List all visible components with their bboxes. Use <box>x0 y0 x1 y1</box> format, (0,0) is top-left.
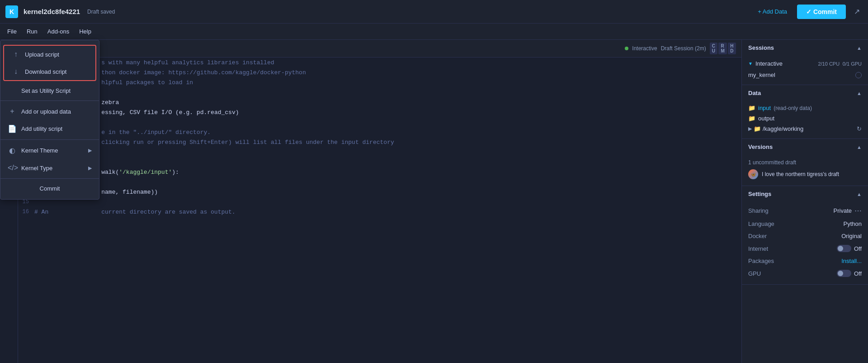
menu-addons[interactable]: Add-ons <box>43 25 74 38</box>
sharing-more-icon[interactable]: ⋯ <box>854 206 862 215</box>
session-status-dot <box>625 47 628 50</box>
data-section: Data ▲ 📁 input (read-only data) 📁 output… <box>742 85 868 139</box>
input-note: (read-only data) <box>774 105 812 111</box>
download-script-item[interactable]: ↓ Download script <box>4 63 95 80</box>
user-avatar: 🦋 <box>748 169 758 179</box>
code-line-4: 4 <box>18 87 741 97</box>
draft-badge: Draft saved <box>87 9 115 15</box>
kaggle-logo: K <box>5 5 18 18</box>
add-data-button[interactable]: + Add Data <box>753 5 792 18</box>
code-line-7: 7 <box>18 117 741 127</box>
resource-pills: CU RM HD <box>710 43 736 54</box>
language-value: Python <box>844 220 862 227</box>
file-icon: 📄 <box>8 124 17 133</box>
code-line-10: 10 <box>18 147 741 157</box>
kernel-theme-label: Kernel Theme <box>21 147 58 154</box>
sessions-header[interactable]: Sessions ▲ <box>742 40 868 56</box>
internet-value: Off <box>854 245 862 252</box>
hd-pill: HD <box>728 43 736 54</box>
output-data-item[interactable]: 📁 output <box>748 113 862 124</box>
code-line-15: 15 <box>18 197 741 207</box>
settings-header[interactable]: Settings ▲ <box>742 186 868 202</box>
kernel-status-btn[interactable] <box>855 72 862 78</box>
sessions-resources-group: 2/10 CPU 0/1 GPU <box>818 60 862 67</box>
set-utility-label: Set as Utility Script <box>21 87 71 94</box>
half-circle-icon: ◐ <box>8 146 17 155</box>
data-title: Data <box>748 90 761 96</box>
code-line-9: 9 # Fo clicking run or pressing Shift+En… <box>18 137 741 147</box>
set-utility-item[interactable]: Set as Utility Script <box>0 83 99 99</box>
kernel-theme-item[interactable]: ◐ Kernel Theme ▶ <box>0 142 99 159</box>
packages-row: Packages Install... <box>748 255 862 267</box>
gpu-row: GPU Off <box>748 267 862 280</box>
data-chevron-icon: ▲ <box>857 91 862 96</box>
packages-key: Packages <box>748 258 774 264</box>
settings-content: Sharing Private ⋯ Language Python Docker… <box>742 202 868 284</box>
session-bar: Interactive Draft Session (2m) CU RM HD <box>18 40 741 57</box>
upload-script-item[interactable]: ↑ Upload script <box>4 46 95 63</box>
working-expand-icon: ▶ <box>748 126 752 132</box>
code-line-5: 5 impo zebra <box>18 97 741 107</box>
code-line-6: 6 impo essing, CSV file I/O (e.g. pd.rea… <box>18 107 741 117</box>
menu-run[interactable]: Run <box>22 25 42 38</box>
docker-value: Original <box>841 233 862 239</box>
kernel-title: kernel2dc8fe4221 <box>24 8 80 15</box>
sessions-expand-icon: ▼ <box>748 61 753 66</box>
input-data-item[interactable]: 📁 input (read-only data) <box>748 103 862 113</box>
output-label: output <box>758 115 774 122</box>
sessions-cpu: 2/10 CPU <box>818 61 840 67</box>
version-text: I love the northern tigress's draft <box>762 171 839 177</box>
packages-value[interactable]: Install... <box>841 258 862 264</box>
sessions-section: Sessions ▲ ▼ Interactive 2/10 CPU 0/1 GP… <box>742 40 868 85</box>
kernel-type-item[interactable]: </> Kernel Type ▶ <box>0 159 99 177</box>
working-data-item[interactable]: ▶ 📁 /kaggle/working ↻ <box>748 124 862 134</box>
commit-button[interactable]: ✓ Commit <box>797 5 846 19</box>
internet-row: Internet Off <box>748 242 862 255</box>
sessions-gpu: 0/1 GPU <box>841 61 862 67</box>
upload-icon: ↑ <box>11 50 20 58</box>
working-folder-icon: 📁 <box>754 125 761 132</box>
menu-bar: File Run Add-ons Help ↑ Upload script ↓ … <box>0 24 868 40</box>
internet-toggle[interactable] <box>837 245 851 252</box>
download-script-label: Download script <box>25 68 67 75</box>
gpu-key: GPU <box>748 270 761 277</box>
kernel-theme-arrow: ▶ <box>88 148 92 153</box>
sharing-key: Sharing <box>748 207 769 214</box>
versions-chevron-icon: ▲ <box>857 144 862 150</box>
sessions-interactive-row: ▼ Interactive 2/10 CPU 0/1 GPU <box>748 57 862 70</box>
add-utility-script-item[interactable]: 📄 Add utility script <box>0 120 99 138</box>
docker-row: Docker Original <box>748 230 862 242</box>
language-row: Language Python <box>748 218 862 230</box>
versions-user-row: 🦋 I love the northern tigress's draft <box>748 167 862 181</box>
gpu-toggle[interactable] <box>837 270 851 277</box>
code-editor[interactable]: 1 # Thi s with many helpful analytics li… <box>18 57 741 217</box>
code-line-8: 8 # In e in the "../input/" directory. <box>18 127 741 137</box>
gpu-val-group: Off <box>837 270 862 277</box>
input-link[interactable]: input <box>758 105 771 111</box>
plus-icon: + <box>8 107 17 115</box>
commit-menu-item[interactable]: Commit <box>0 181 99 196</box>
external-link-icon[interactable]: ↗ <box>851 7 863 16</box>
menu-help[interactable]: Help <box>75 25 96 38</box>
folder-icon: 📁 <box>748 105 755 111</box>
my-kernel-name: my_kernel <box>748 72 775 78</box>
add-upload-data-item[interactable]: + Add or upload data <box>0 103 99 120</box>
data-header[interactable]: Data ▲ <box>742 85 868 101</box>
code-line-1: 1 # Thi s with many helpful analytics li… <box>18 57 741 67</box>
kernel-type-arrow: ▶ <box>88 165 92 171</box>
session-label: Interactive <box>632 45 657 52</box>
settings-title: Settings <box>748 191 771 197</box>
sharing-row: Sharing Private ⋯ <box>748 204 862 218</box>
sessions-title: Sessions <box>748 44 774 51</box>
versions-title: Versions <box>748 143 773 150</box>
menu-file[interactable]: File <box>3 25 21 38</box>
gpu-value: Off <box>854 270 862 277</box>
editor-area[interactable]: Interactive Draft Session (2m) CU RM HD … <box>18 40 741 363</box>
code-line-14: 14 name, filename)) <box>18 187 741 197</box>
kernel-type-label: Kernel Type <box>21 165 52 172</box>
download-icon: ↓ <box>11 67 20 76</box>
working-refresh-icon[interactable]: ↻ <box>857 125 862 132</box>
versions-header[interactable]: Versions ▲ <box>742 139 868 155</box>
add-upload-label: Add or upload data <box>21 108 71 115</box>
top-bar: K kernel2dc8fe4221 Draft saved + Add Dat… <box>0 0 868 24</box>
